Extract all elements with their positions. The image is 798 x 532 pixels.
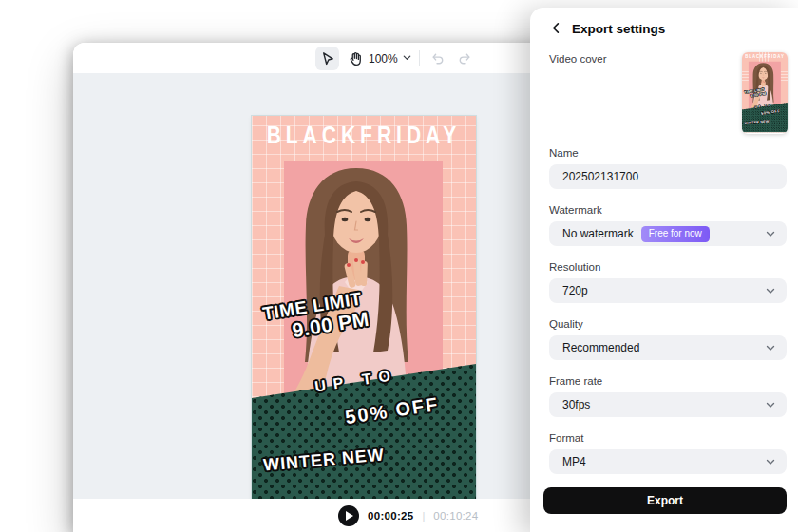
- undo-icon: [429, 50, 446, 66]
- name-value: 202502131700: [562, 170, 638, 183]
- video-cover-label: Video cover: [549, 53, 607, 65]
- format-field-group: Format MP4: [549, 432, 787, 474]
- redo-icon: [457, 50, 473, 66]
- resolution-label: Resolution: [549, 261, 787, 273]
- chevron-left-icon: [549, 21, 563, 39]
- redo-button[interactable]: [453, 47, 477, 70]
- watermark-field-group: Watermark No watermark Free for now: [549, 204, 787, 246]
- chevron-down-icon: [765, 456, 776, 467]
- time-separator: |: [422, 510, 425, 522]
- select-tool-button[interactable]: [315, 47, 339, 70]
- format-label: Format: [549, 432, 787, 444]
- quality-label: Quality: [549, 318, 787, 330]
- cover-thumbnail[interactable]: BLACKFRIDAY TIME LIMIT 9.00 PM UP TO 50%…: [742, 52, 788, 134]
- total-time: 00:10:24: [433, 510, 478, 522]
- chevron-down-icon: [765, 342, 776, 353]
- play-icon: [346, 511, 353, 521]
- resolution-select[interactable]: 720p: [549, 278, 787, 303]
- export-button[interactable]: Export: [543, 487, 787, 514]
- resolution-value: 720p: [562, 284, 588, 297]
- format-value: MP4: [562, 455, 586, 468]
- chevron-down-icon: [765, 285, 776, 296]
- hand-tool-button[interactable]: [343, 47, 367, 70]
- poster[interactable]: BLACKFRIDAY TIME LIMIT 9.00 PM UP TO 50%…: [252, 116, 476, 511]
- export-panel: Export settings Video cover: [530, 8, 798, 532]
- name-input[interactable]: 202502131700: [549, 164, 787, 189]
- resolution-field-group: Resolution 720p: [549, 261, 787, 303]
- name-field-group: Name 202502131700: [549, 147, 787, 189]
- watermark-select[interactable]: No watermark Free for now: [549, 221, 787, 246]
- zoom-control[interactable]: 100%: [369, 47, 412, 70]
- app: 100%: [0, 0, 798, 532]
- chevron-down-icon: [402, 52, 412, 66]
- current-time: 00:00:25: [368, 510, 413, 522]
- frame-rate-select[interactable]: 30fps: [549, 392, 787, 417]
- poster-title: BLACKFRIDAY: [252, 122, 476, 149]
- chevron-down-icon: [765, 228, 776, 239]
- frame-rate-label: Frame rate: [549, 375, 787, 387]
- watermark-label: Watermark: [549, 204, 787, 216]
- cover-thumbnail-poster: BLACKFRIDAY TIME LIMIT 9.00 PM UP TO 50%…: [742, 52, 788, 133]
- toolbar-divider: [419, 50, 420, 66]
- frame-rate-field-group: Frame rate 30fps: [549, 375, 787, 417]
- poster-title: BLACKFRIDAY: [742, 53, 788, 59]
- chevron-down-icon: [765, 399, 776, 410]
- zoom-level: 100%: [369, 52, 398, 66]
- back-button[interactable]: [547, 21, 564, 38]
- format-select[interactable]: MP4: [549, 449, 787, 474]
- quality-field-group: Quality Recommended: [549, 318, 787, 360]
- hand-icon: [347, 50, 363, 66]
- panel-title: Export settings: [572, 22, 665, 36]
- woman-illustration: [746, 62, 781, 110]
- woman-illustration: [271, 163, 442, 403]
- quality-value: Recommended: [562, 341, 639, 354]
- quality-select[interactable]: Recommended: [549, 335, 787, 360]
- frame-rate-value: 30fps: [562, 398, 590, 411]
- watermark-value: No watermark: [562, 227, 634, 240]
- free-badge: Free for now: [641, 226, 710, 242]
- cursor-icon: [319, 50, 335, 66]
- play-button[interactable]: [338, 505, 359, 526]
- name-label: Name: [549, 147, 787, 159]
- undo-button[interactable]: [426, 47, 449, 70]
